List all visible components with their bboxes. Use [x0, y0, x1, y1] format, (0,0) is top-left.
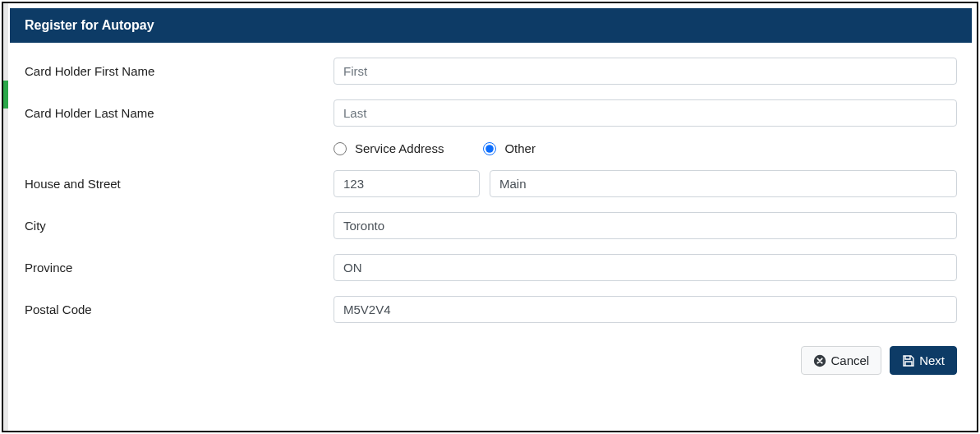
city-input[interactable]: [334, 212, 957, 239]
radio-other[interactable]: Other: [483, 141, 536, 155]
last-name-label: Card Holder Last Name: [25, 106, 334, 120]
left-edge-accent: [3, 81, 8, 108]
first-name-input[interactable]: [334, 58, 957, 85]
radio-service-address-input[interactable]: [334, 142, 347, 155]
postal-code-label: Postal Code: [25, 302, 334, 316]
window-frame: Register for Autopay Card Holder First N…: [2, 2, 978, 432]
province-label: Province: [25, 261, 334, 275]
next-button-label: Next: [919, 353, 945, 367]
city-label: City: [25, 219, 334, 233]
cancel-icon: [813, 354, 826, 367]
save-icon: [902, 354, 915, 367]
modal-footer: Cancel Next: [10, 339, 972, 386]
first-name-label: Card Holder First Name: [25, 64, 334, 78]
row-first-name: Card Holder First Name: [25, 58, 957, 85]
postal-code-input[interactable]: [334, 296, 957, 323]
row-city: City: [25, 212, 957, 239]
province-input[interactable]: [334, 254, 957, 281]
house-street-label: House and Street: [25, 177, 334, 191]
last-name-input[interactable]: [334, 99, 957, 127]
row-province: Province: [25, 254, 957, 281]
autopay-modal: Register for Autopay Card Holder First N…: [10, 8, 972, 426]
street-input[interactable]: [490, 170, 957, 197]
left-edge-strip: [3, 3, 8, 431]
row-house-street: House and Street: [25, 170, 957, 197]
row-last-name: Card Holder Last Name: [25, 99, 957, 127]
radio-service-address[interactable]: Service Address: [334, 141, 444, 155]
row-postal-code: Postal Code: [25, 296, 957, 323]
modal-body: Card Holder First Name Card Holder Last …: [10, 43, 972, 339]
radio-other-input[interactable]: [483, 142, 496, 155]
house-number-input[interactable]: [334, 170, 480, 197]
cancel-button[interactable]: Cancel: [801, 346, 881, 375]
radio-service-address-label: Service Address: [355, 141, 444, 155]
next-button[interactable]: Next: [890, 346, 957, 375]
radio-other-label: Other: [504, 141, 536, 155]
address-type-radio-group: Service Address Other: [25, 141, 957, 155]
modal-header: Register for Autopay: [10, 8, 972, 43]
modal-title: Register for Autopay: [25, 18, 154, 32]
cancel-button-label: Cancel: [830, 353, 869, 367]
